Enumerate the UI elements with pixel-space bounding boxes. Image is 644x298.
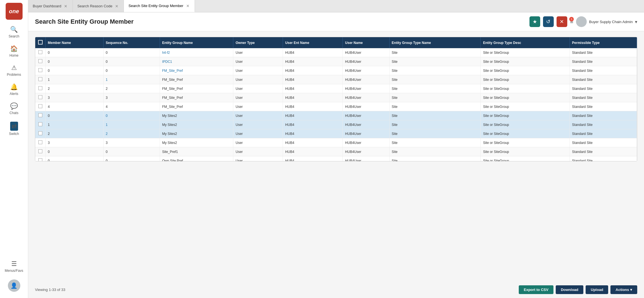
cell-permissible-type: Standard Site [570, 147, 637, 156]
row-checkbox[interactable] [38, 68, 42, 72]
cell-user-name: HUB4User [343, 84, 389, 93]
table-row: 44FM_Site_PrefUserHUB4HUB4UserSiteSite o… [35, 102, 637, 111]
cell-permissible-type: Standard Site [570, 75, 637, 84]
cell-user-name: HUB4User [343, 120, 389, 129]
cell-member-name: 0 [45, 66, 103, 75]
cell-user-ent-name: HUB4 [283, 93, 343, 102]
sidebar-item-avatar[interactable]: 👤 [0, 276, 28, 295]
cell-sequence-no[interactable]: 2 [103, 129, 160, 138]
cell-owner-type: User [233, 138, 283, 147]
th-checkbox[interactable] [35, 37, 45, 48]
row-checkbox[interactable] [38, 149, 42, 153]
search-icon: 🔍 [10, 26, 18, 33]
sidebar-item-switch[interactable]: ⇄ Switch [0, 118, 28, 139]
cell-permissible-type: Standard Site [570, 111, 637, 120]
cell-sequence-no[interactable]: 1 [103, 75, 160, 84]
cell-entity-group-name: FM_Site_Pref [160, 75, 233, 84]
tab-label: Search Site Entity Group Member [128, 4, 183, 8]
cell-user-ent-name: HUB4 [283, 48, 343, 57]
row-checkbox[interactable] [38, 86, 42, 90]
row-checkbox[interactable] [38, 131, 42, 135]
cell-owner-type: User [233, 156, 283, 161]
row-checkbox-cell [35, 75, 45, 84]
cell-owner-type: User [233, 66, 283, 75]
table-row: 22My Sites2UserHUB4HUB4UserSiteSite or S… [35, 129, 637, 138]
refresh-button[interactable]: ↺ [543, 16, 554, 27]
page-content: Member Name Sequence No. Entity Group Na… [28, 31, 644, 281]
tab-buyer-dashboard[interactable]: Buyer Dashboard ✕ [28, 0, 73, 12]
actions-button[interactable]: Actions ▾ [610, 285, 637, 294]
cell-entity-group-name[interactable]: h4-f2 [160, 48, 233, 57]
cell-permissible-type: Standard Site [570, 57, 637, 66]
export-csv-button[interactable]: Export to CSV [519, 285, 553, 294]
row-checkbox[interactable] [38, 158, 42, 161]
th-permissible-type: Permissible Type [570, 37, 637, 48]
row-checkbox[interactable] [38, 50, 42, 54]
tab-search-site-entity[interactable]: Search Site Entity Group Member ✕ [124, 0, 195, 12]
cell-entity-group-type-name: Site [389, 156, 481, 161]
user-dropdown-arrow[interactable]: ▾ [635, 19, 637, 25]
cell-entity-group-name: Own Site Pref [160, 156, 233, 161]
row-checkbox[interactable] [38, 95, 42, 99]
menu-button[interactable]: ≡ 5 [570, 19, 573, 25]
select-all-checkbox[interactable] [38, 40, 43, 45]
cell-sequence-no: 0 [103, 48, 160, 57]
cell-permissible-type: Standard Site [570, 66, 637, 75]
sidebar-item-problems[interactable]: ⚠ Problems [0, 61, 28, 80]
cell-sequence-no[interactable]: 1 [103, 120, 160, 129]
footer-actions: Export to CSV Download Upload Actions ▾ [519, 285, 637, 294]
sidebar-item-search[interactable]: 🔍 Search [0, 23, 28, 42]
cell-entity-group-name: Site_Pref1 [160, 147, 233, 156]
sidebar-item-alerts[interactable]: 🔔 Alerts [0, 80, 28, 99]
cell-member-name: 0 [45, 111, 103, 120]
upload-button[interactable]: Upload [586, 285, 608, 294]
data-table-container: Member Name Sequence No. Entity Group Na… [35, 37, 637, 161]
cell-entity-group-name: FM_Site_Pref [160, 93, 233, 102]
download-button[interactable]: Download [556, 285, 583, 294]
data-table: Member Name Sequence No. Entity Group Na… [35, 37, 637, 161]
row-checkbox-cell [35, 66, 45, 75]
th-user-ent-name: User Ent Name [283, 37, 343, 48]
cell-user-name: HUB4User [343, 147, 389, 156]
table-scroll[interactable]: Member Name Sequence No. Entity Group Na… [35, 37, 637, 161]
cell-entity-group-type-desc: Site or SiteGroup [481, 57, 570, 66]
th-entity-group-type-name: Entity Group Type Name [389, 37, 481, 48]
cell-sequence-no: 4 [103, 102, 160, 111]
tab-search-reason-code[interactable]: Search Reason Code ✕ [73, 0, 124, 12]
table-row: 22FM_Site_PrefUserHUB4HUB4UserSiteSite o… [35, 84, 637, 93]
cell-user-ent-name: HUB4 [283, 147, 343, 156]
user-info: Buyer Supply Chain Admin ▾ [576, 16, 637, 27]
cell-entity-group-name[interactable]: FM_Site_Pref [160, 66, 233, 75]
cell-entity-group-type-name: Site [389, 75, 481, 84]
cell-permissible-type: Standard Site [570, 48, 637, 57]
cell-member-name: 1 [45, 75, 103, 84]
sidebar-label-search: Search [8, 34, 19, 38]
logo-text: one [9, 8, 19, 15]
favorite-button[interactable]: ★ [529, 16, 540, 27]
row-checkbox[interactable] [38, 113, 42, 117]
tab-close-buyer-dashboard[interactable]: ✕ [63, 4, 68, 8]
row-checkbox[interactable] [38, 104, 42, 108]
close-button[interactable]: ✕ [557, 16, 567, 27]
cell-sequence-no: 0 [103, 147, 160, 156]
row-checkbox[interactable] [38, 140, 42, 144]
user-name: Buyer Supply Chain Admin [589, 20, 633, 24]
row-checkbox[interactable] [38, 77, 42, 81]
cell-user-ent-name: HUB4 [283, 156, 343, 161]
row-checkbox[interactable] [38, 122, 42, 126]
tab-close-search-reason-code[interactable]: ✕ [115, 4, 119, 8]
app-logo[interactable]: one [6, 3, 23, 20]
user-avatar-sidebar: 👤 [8, 279, 20, 292]
cell-entity-group-name: My Sites2 [160, 120, 233, 129]
sidebar-item-menus[interactable]: ☰ Menus/Favs [0, 257, 28, 276]
row-checkbox[interactable] [38, 59, 42, 63]
cell-member-name: 0 [45, 48, 103, 57]
cell-owner-type: User [233, 102, 283, 111]
cell-user-name: HUB4User [343, 48, 389, 57]
sidebar-item-home[interactable]: 🏠 Home [0, 42, 28, 61]
sidebar-item-chats[interactable]: 💬 Chats [0, 99, 28, 118]
table-row: 00Own Site PrefUserHUB4HUB4UserSiteSite … [35, 156, 637, 161]
cell-entity-group-name[interactable]: IPDC1 [160, 57, 233, 66]
tab-close-search-site-entity[interactable]: ✕ [186, 4, 190, 8]
cell-sequence-no[interactable]: 0 [103, 111, 160, 120]
